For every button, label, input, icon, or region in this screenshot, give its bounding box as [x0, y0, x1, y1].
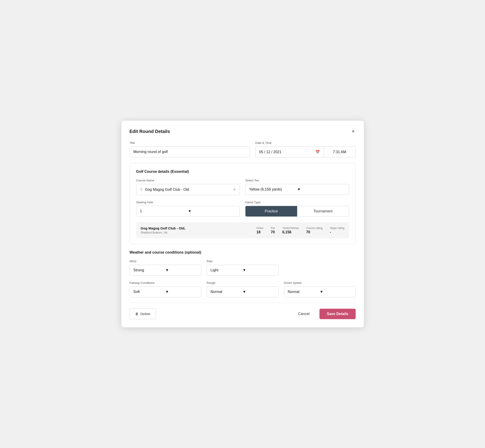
- footer-divider: [129, 303, 356, 303]
- modal-header: Edit Round Details ×: [129, 128, 356, 135]
- search-icon: ⚲: [140, 187, 143, 192]
- fairway-rough-green-row: Fairway Conditions Soft ▼ Rough Normal ▼…: [129, 281, 356, 297]
- course-info-location: Shelford Bottom, UK: [141, 231, 257, 234]
- starting-hole-dropdown[interactable]: 1 ▼: [136, 206, 240, 217]
- yards-value: 6,156: [282, 230, 291, 234]
- rain-group: Rain Light ▼: [207, 259, 278, 276]
- chevron-down-icon-fairway: ▼: [165, 290, 197, 294]
- datetime-label: Date & Time: [255, 141, 356, 144]
- course-name-input[interactable]: ⚲ Gog Magog Golf Club - Old ✕: [136, 184, 240, 195]
- save-button[interactable]: Save Details: [319, 309, 356, 319]
- practice-button[interactable]: Practice: [245, 206, 297, 216]
- green-speed-group: Green Speed Normal ▼: [284, 281, 356, 297]
- rough-value: Normal: [211, 290, 243, 294]
- cancel-button[interactable]: Cancel: [293, 309, 314, 319]
- course-tee-row: Course Name ⚲ Gog Magog Golf Club - Old …: [136, 179, 349, 195]
- spacer: [284, 259, 356, 276]
- time-value: 7:31 AM: [333, 150, 346, 154]
- green-speed-dropdown[interactable]: Normal ▼: [284, 286, 356, 297]
- wind-rain-row: Wind Strong ▼ Rain Light ▼: [129, 259, 356, 276]
- stat-holes: Holes 18: [256, 226, 263, 234]
- starting-hole-label: Starting Hole: [136, 200, 240, 204]
- par-value: 70: [271, 230, 275, 234]
- rain-label: Rain: [207, 259, 278, 263]
- title-input[interactable]: [129, 146, 250, 157]
- calendar-icon: 📅: [315, 150, 320, 154]
- slope-rating-label: Slope rating: [330, 226, 344, 230]
- tournament-button[interactable]: Tournament: [297, 206, 349, 216]
- starting-hole-group: Starting Hole 1 ▼: [136, 200, 240, 217]
- rough-group: Rough Normal ▼: [207, 281, 278, 297]
- rough-label: Rough: [207, 281, 278, 285]
- title-date-row: Title Date & Time 05 / 12 / 2021 📅 7:31 …: [129, 141, 356, 158]
- stat-par: Par 70: [271, 226, 275, 234]
- edit-round-modal: Edit Round Details × Title Date & Time 0…: [121, 121, 364, 327]
- chevron-down-icon-green: ▼: [320, 290, 352, 294]
- course-rating-label: Course rating: [306, 226, 323, 230]
- game-type-group: Game Type Practice Tournament: [245, 200, 349, 217]
- weather-section-title: Weather and course conditions (optional): [129, 250, 356, 255]
- footer-row: 🗑 Delete Cancel Save Details: [129, 308, 356, 319]
- golf-course-section: Golf Course details (Essential) Course N…: [129, 163, 356, 244]
- select-tee-value: Yellow (6,156 yards): [249, 187, 297, 192]
- holes-label: Holes: [256, 226, 263, 230]
- stat-slope-rating: Slope rating -: [330, 226, 344, 234]
- title-label: Title: [129, 141, 250, 144]
- green-speed-label: Green Speed: [284, 281, 356, 285]
- golf-course-title: Golf Course details (Essential): [136, 170, 349, 174]
- clear-icon[interactable]: ✕: [233, 187, 236, 192]
- stat-course-rating: Course rating 70: [306, 226, 323, 234]
- time-input[interactable]: 7:31 AM: [324, 146, 356, 158]
- course-rating-value: 70: [306, 230, 310, 234]
- rain-value: Light: [211, 268, 243, 272]
- datetime-group: Date & Time 05 / 12 / 2021 📅 7:31 AM: [255, 141, 356, 158]
- yards-label: Yards(Yellow): [282, 226, 299, 230]
- wind-label: Wind: [129, 259, 201, 263]
- hole-gametype-row: Starting Hole 1 ▼ Game Type Practice Tou…: [136, 200, 349, 217]
- starting-hole-value: 1: [140, 209, 188, 213]
- slope-rating-value: -: [330, 230, 331, 234]
- delete-button[interactable]: 🗑 Delete: [129, 308, 156, 319]
- fairway-dropdown[interactable]: Soft ▼: [129, 286, 201, 297]
- course-name-label: Course Name: [136, 179, 240, 182]
- select-tee-group: Select Tee Yellow (6,156 yards) ▼: [245, 179, 349, 195]
- course-name-group: Course Name ⚲ Gog Magog Golf Club - Old …: [136, 179, 240, 195]
- title-group: Title: [129, 141, 250, 158]
- weather-section: Weather and course conditions (optional)…: [129, 250, 356, 297]
- chevron-down-icon-rough: ▼: [242, 290, 275, 294]
- delete-label: Delete: [140, 312, 150, 316]
- course-stats: Holes 18 Par 70 Yards(Yellow) 6,156 Cour…: [256, 226, 344, 234]
- course-info-name-text: Gog Magog Golf Club - Old,: [141, 226, 257, 230]
- modal-title: Edit Round Details: [129, 129, 170, 134]
- date-value: 05 / 12 / 2021: [259, 150, 282, 154]
- date-time-row: 05 / 12 / 2021 📅 7:31 AM: [255, 146, 356, 158]
- rough-dropdown[interactable]: Normal ▼: [207, 286, 278, 297]
- footer-actions: Cancel Save Details: [293, 309, 356, 319]
- wind-group: Wind Strong ▼: [129, 259, 201, 276]
- course-info-bar: Gog Magog Golf Club - Old, Shelford Bott…: [136, 222, 349, 238]
- select-tee-dropdown[interactable]: Yellow (6,156 yards) ▼: [245, 184, 349, 195]
- holes-value: 18: [256, 230, 260, 234]
- fairway-group: Fairway Conditions Soft ▼: [129, 281, 201, 297]
- chevron-down-icon-rain: ▼: [242, 268, 275, 272]
- green-speed-value: Normal: [288, 290, 320, 294]
- date-input[interactable]: 05 / 12 / 2021 📅: [255, 146, 323, 158]
- game-type-toggle: Practice Tournament: [245, 206, 349, 217]
- wind-value: Strong: [133, 268, 166, 272]
- stat-yards: Yards(Yellow) 6,156: [282, 226, 299, 234]
- fairway-value: Soft: [133, 290, 166, 294]
- close-button[interactable]: ×: [351, 128, 356, 135]
- trash-icon: 🗑: [135, 312, 139, 316]
- wind-dropdown[interactable]: Strong ▼: [129, 265, 201, 276]
- chevron-down-icon-wind: ▼: [165, 268, 197, 272]
- course-info-name: Gog Magog Golf Club - Old, Shelford Bott…: [141, 226, 257, 234]
- chevron-down-icon: ▼: [297, 187, 345, 192]
- chevron-down-icon-hole: ▼: [188, 209, 236, 213]
- par-label: Par: [271, 226, 275, 230]
- fairway-label: Fairway Conditions: [129, 281, 201, 285]
- game-type-label: Game Type: [245, 200, 349, 204]
- course-name-value: Gog Magog Golf Club - Old: [145, 188, 231, 192]
- select-tee-label: Select Tee: [245, 179, 349, 182]
- rain-dropdown[interactable]: Light ▼: [207, 265, 278, 276]
